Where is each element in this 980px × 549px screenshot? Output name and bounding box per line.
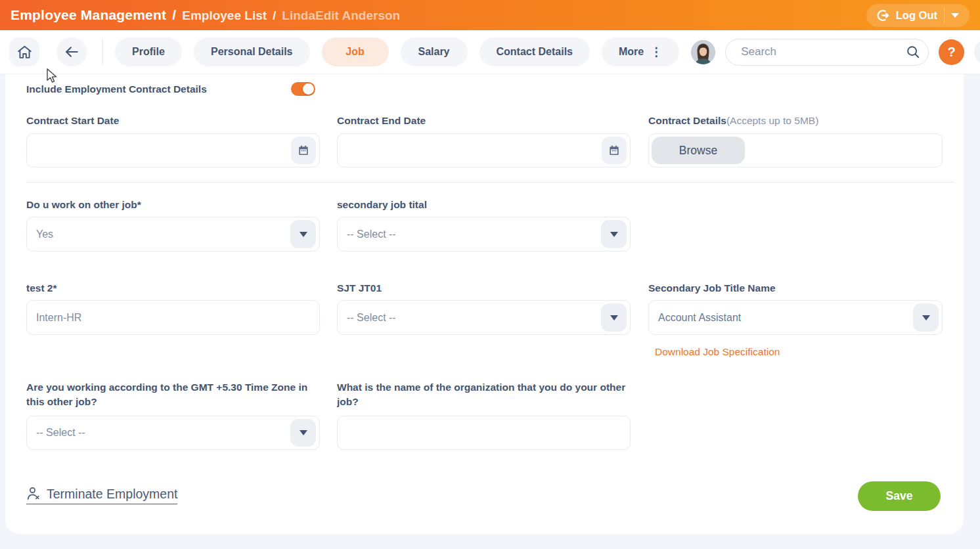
gmt-question-label: Are you working according to the GMT +5.… [26,380,320,409]
save-button[interactable]: Save [858,481,941,511]
search-input[interactable] [740,45,906,59]
home-icon [16,44,33,60]
breadcrumb-separator: / [172,7,176,23]
contract-start-label: Contract Start Date [26,114,320,128]
contract-details-upload-field: Browse [648,133,943,167]
kebab-menu-icon: ⋮ [650,46,662,58]
test2-input[interactable] [28,301,313,334]
breadcrumb-separator: / [273,9,276,23]
contract-start-date-input[interactable] [28,135,286,166]
org-name-input[interactable] [338,417,623,449]
other-job-value: Yes [36,229,53,240]
chevron-down-icon [610,232,618,237]
toggle-knob [303,83,314,95]
chevron-down-icon [922,315,930,320]
chevron-down-icon [610,315,618,320]
sjt-dropdown[interactable]: -- Select -- [337,300,631,335]
include-contract-label: Include Employment Contract Details [26,82,207,97]
chevron-down-icon[interactable] [951,13,959,18]
terminate-employment-label: Terminate Employment [47,487,177,502]
tab-salary[interactable]: Salary [401,37,468,66]
contract-end-label: Contract End Date [337,114,631,128]
search-icon[interactable] [906,45,920,59]
gmt-dropdown[interactable]: -- Select -- [26,416,320,450]
terminate-employment-link[interactable]: Terminate Employment [26,486,177,504]
org-name-field [337,416,631,450]
help-button[interactable]: ? [939,39,964,65]
nav-divider [102,39,103,64]
section-divider [26,182,954,183]
tab-contact-details[interactable]: Contact Details [479,37,590,66]
other-job-label: Do u work on other job* [26,198,320,212]
sjt-value: -- Select -- [347,312,396,324]
back-arrow-icon [63,43,80,60]
test2-field [26,300,320,335]
contract-details-hint: (Accepts up to 5MB) [726,115,818,126]
help-icon: ? [948,45,956,60]
secondary-job-value: -- Select -- [347,229,396,240]
contract-end-date-field [337,133,631,167]
secondary-job-dropdown-button[interactable] [601,220,627,248]
logout-label: Log Out [896,9,937,22]
other-job-dropdown-button[interactable] [290,220,316,248]
contract-start-calendar-button[interactable] [291,137,316,164]
avatar[interactable] [691,40,715,64]
include-contract-toggle[interactable] [291,82,315,96]
secondary-job-title-name-label: Secondary Job Title Name [648,281,943,296]
gmt-dropdown-button[interactable] [290,419,316,447]
job-form-card: Include Employment Contract Details Cont… [5,74,964,534]
tab-profile[interactable]: Profile [115,37,182,66]
tab-more-label: More [619,46,644,58]
gmt-value: -- Select -- [36,427,85,439]
logout-button-group: Log Out [866,4,969,27]
nav-toolbar: Profile Personal Details Job Salary Cont… [0,30,980,74]
tab-job[interactable]: Job [322,37,389,66]
tab-personal-details[interactable]: Personal Details [194,37,310,66]
breadcrumb-employee-list[interactable]: Employee List [182,9,267,23]
employee-management-screen: Employee Management / Employee List / Li… [0,0,980,549]
sjt-label: SJT JT01 [337,281,631,296]
home-button[interactable] [9,37,39,66]
logout-button[interactable]: Log Out [876,9,937,22]
back-button[interactable] [56,37,87,66]
contract-details-label-text: Contract Details [648,115,726,126]
download-job-specification-link[interactable]: Download Job Specification [655,346,780,358]
logout-icon [876,9,890,22]
logout-divider [944,8,945,23]
breadcrumb: Employee Management / Employee List / Li… [11,7,400,23]
app-header: Employee Management / Employee List / Li… [0,0,980,30]
org-question-label: What is the name of the organization tha… [337,380,631,409]
contract-details-label: Contract Details(Accepts up to 5MB) [648,114,943,128]
secondary-job-title-dropdown-button[interactable] [913,303,939,332]
secondary-job-title-dropdown[interactable]: Account Assistant [648,300,943,335]
other-job-dropdown[interactable]: Yes [26,217,320,252]
tab-more[interactable]: More ⋮ [602,37,679,66]
breadcrumb-current-employee: LindaEdit Anderson [282,9,400,23]
sjt-dropdown-button[interactable] [601,303,627,332]
secondary-job-label: secondary job tital [337,198,631,212]
contract-end-calendar-button[interactable] [602,137,627,164]
person-x-icon [26,486,42,502]
secondary-job-title-value: Account Assistant [658,312,741,324]
contract-start-date-field [26,133,320,167]
calendar-icon [297,144,310,157]
secondary-job-dropdown[interactable]: -- Select -- [337,217,631,252]
search-bar [725,39,929,66]
calendar-icon [608,144,621,157]
share-button[interactable] [974,39,980,65]
browse-button[interactable]: Browse [652,137,745,164]
breadcrumb-employee-management[interactable]: Employee Management [11,7,166,23]
nav-right-group: ? [691,39,980,66]
test2-label: test 2* [26,281,320,296]
chevron-down-icon [300,430,307,435]
chevron-down-icon [300,232,307,237]
contract-end-date-input[interactable] [338,135,597,166]
